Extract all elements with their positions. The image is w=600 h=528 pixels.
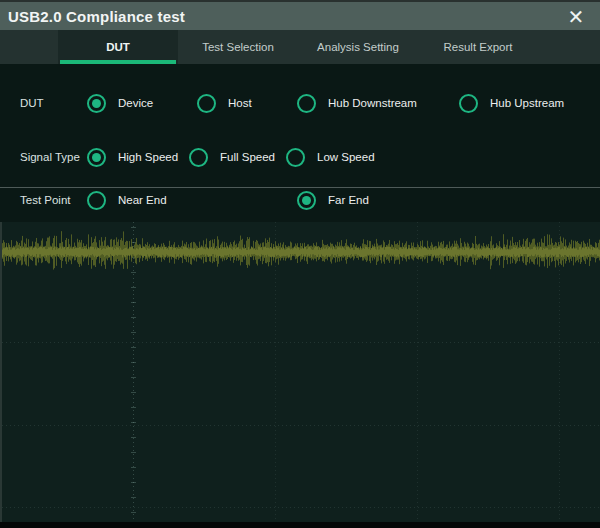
radio-icon bbox=[297, 191, 316, 210]
tab-analysis-setting[interactable]: Analysis Setting bbox=[298, 30, 418, 64]
radio-hub-upstream-label: Hub Upstream bbox=[490, 97, 564, 109]
radio-hub-downstream-label: Hub Downstream bbox=[328, 97, 417, 109]
radio-hub-downstream[interactable]: Hub Downstream bbox=[297, 88, 417, 118]
dialog-title: USB2.0 Compliance test bbox=[8, 8, 185, 25]
radio-icon bbox=[197, 94, 216, 113]
tab-test-selection-label: Test Selection bbox=[202, 41, 274, 53]
dialog-titlebar: USB2.0 Compliance test ✕ bbox=[0, 0, 600, 30]
radio-icon bbox=[286, 148, 305, 167]
radio-high-speed-label: High Speed bbox=[118, 151, 178, 163]
screen-left-edge bbox=[0, 222, 2, 522]
radio-icon bbox=[87, 191, 106, 210]
tab-result-export-label: Result Export bbox=[443, 41, 512, 53]
radio-far-end-label: Far End bbox=[328, 194, 369, 206]
test-point-row-label: Test Point bbox=[20, 185, 71, 215]
tab-dut-label: DUT bbox=[106, 41, 130, 53]
tab-dut[interactable]: DUT bbox=[58, 30, 178, 64]
usb-compliance-dialog: USB2.0 Compliance test ✕ DUT Test Select… bbox=[0, 0, 600, 528]
screen-bottom-edge bbox=[0, 522, 600, 528]
waveform-display bbox=[0, 222, 600, 522]
close-icon[interactable]: ✕ bbox=[560, 2, 592, 32]
tab-test-selection[interactable]: Test Selection bbox=[178, 30, 298, 64]
signal-type-row: Signal Type High Speed Full Speed Low Sp… bbox=[0, 142, 600, 172]
signal-type-row-label: Signal Type bbox=[20, 142, 80, 172]
tab-analysis-setting-label: Analysis Setting bbox=[317, 41, 399, 53]
radio-icon bbox=[87, 148, 106, 167]
radio-low-speed[interactable]: Low Speed bbox=[286, 142, 375, 172]
radio-device[interactable]: Device bbox=[87, 88, 153, 118]
radio-low-speed-label: Low Speed bbox=[317, 151, 375, 163]
radio-hub-upstream[interactable]: Hub Upstream bbox=[459, 88, 564, 118]
radio-host[interactable]: Host bbox=[197, 88, 252, 118]
radio-high-speed[interactable]: High Speed bbox=[87, 142, 178, 172]
radio-near-end[interactable]: Near End bbox=[87, 185, 167, 215]
radio-near-end-label: Near End bbox=[118, 194, 167, 206]
tab-result-export[interactable]: Result Export bbox=[418, 30, 538, 64]
radio-icon bbox=[297, 94, 316, 113]
tab-bar: DUT Test Selection Analysis Setting Resu… bbox=[0, 30, 600, 64]
radio-device-label: Device bbox=[118, 97, 153, 109]
radio-icon bbox=[87, 94, 106, 113]
dut-row-label: DUT bbox=[20, 88, 44, 118]
dialog-body: DUT Device Host Hub Downstream Hub Upstr… bbox=[0, 64, 600, 222]
radio-full-speed-label: Full Speed bbox=[220, 151, 275, 163]
radio-far-end[interactable]: Far End bbox=[297, 185, 369, 215]
radio-icon bbox=[189, 148, 208, 167]
dut-row: DUT Device Host Hub Downstream Hub Upstr… bbox=[0, 88, 600, 118]
test-point-row: Test Point Near End Far End bbox=[0, 185, 600, 215]
tab-strip: DUT Test Selection Analysis Setting Resu… bbox=[58, 30, 538, 64]
radio-host-label: Host bbox=[228, 97, 252, 109]
radio-full-speed[interactable]: Full Speed bbox=[189, 142, 275, 172]
radio-icon bbox=[459, 94, 478, 113]
